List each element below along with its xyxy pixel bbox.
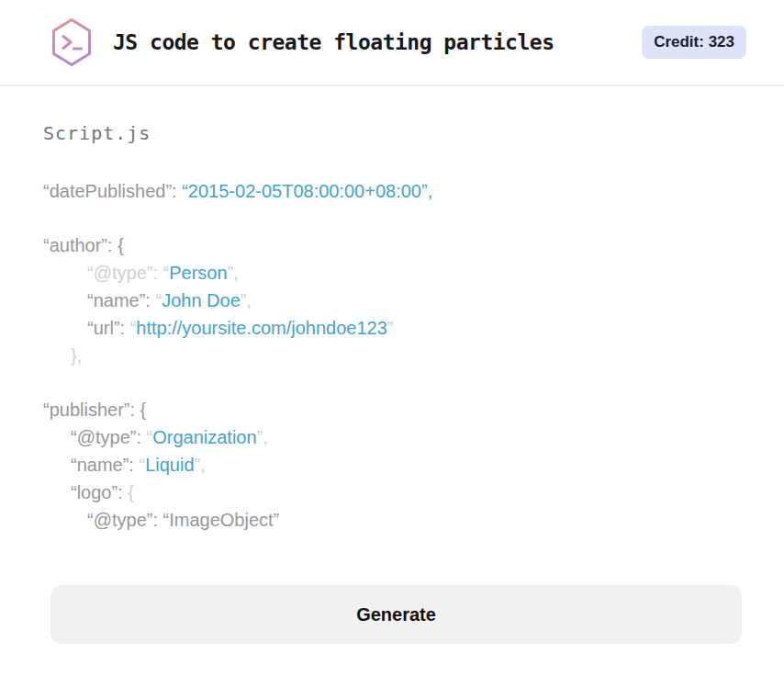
code-line: “@type”: “ImageObject” [43,506,742,534]
code-token: “publisher”: { [43,400,146,420]
credit-badge: Credit: 323 [642,26,746,59]
app-header: JS code to create floating particles Cre… [0,0,784,86]
code-block: “datePublished”: “2015-02-05T08:00:00+08… [43,177,742,534]
code-token: ”, [257,427,268,447]
app-logo [50,17,93,67]
code-token: ”, [195,455,206,475]
code-token: “@type”: “ [87,263,169,283]
code-line: “@type”: “Person”, [43,259,742,287]
code-token: “name”: [87,290,155,310]
code-line: “author”: { [43,231,742,259]
code-token: “datePublished”: [43,181,182,201]
code-value: Liquid [145,455,194,475]
page-title: JS code to create floating particles [113,30,554,54]
code-value: Person [169,263,227,283]
code-line: “logo”: { [43,479,742,506]
code-token: ”, [228,263,239,283]
code-line: “datePublished”: “2015-02-05T08:00:00+08… [43,177,742,205]
code-token: }, [71,345,82,366]
code-line: “name”: “John Doe”, [43,287,742,314]
terminal-prompt-hexagon-icon [50,17,93,67]
code-token: { [128,482,134,502]
code-token: “@type”: “ImageObject” [87,510,279,530]
code-token: “url”: [87,318,130,338]
code-value: “2015-02-05T08:00:00+08:00”, [182,181,432,201]
file-name-label: Script.js [43,122,742,145]
generate-button[interactable]: Generate [50,585,742,644]
code-token: “author”: { [43,235,124,255]
content-area: Script.js “datePublished”: “2015-02-05T0… [0,86,784,644]
code-value: John Doe [162,290,241,310]
code-value: Organization [152,427,256,447]
code-token: “logo”: [71,482,128,502]
code-token: “@type”: [71,427,147,447]
code-line: “name”: “Liquid”, [43,451,742,479]
code-value: http://yoursite.com/johndoe123 [136,318,387,338]
code-line: “publisher”: { [43,396,742,423]
code-token: “name”: [71,455,139,475]
code-line: }, [43,342,742,369]
code-token: ” [387,318,394,338]
code-token: ”, [241,290,252,310]
code-line: “url”: “http://yoursite.com/johndoe123” [43,314,742,342]
code-line: “@type”: “Organization”, [43,423,742,451]
